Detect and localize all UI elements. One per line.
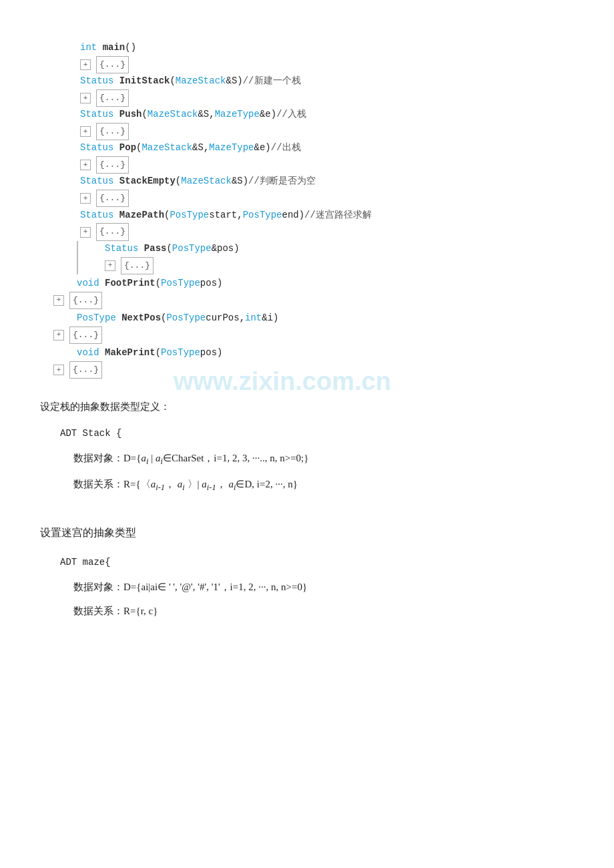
expand-btn-makeprint[interactable]: + xyxy=(53,365,64,375)
expand-btn-pop[interactable]: + xyxy=(80,160,91,170)
stack-data-obj: 数据对象：D={ai | ai∈CharSet，i=1, 2, 3, ···..… xyxy=(60,448,587,470)
expand-btn-nextpos[interactable]: + xyxy=(53,330,64,341)
code-collapse-main: + {...} xyxy=(40,56,587,73)
code-collapse-footprint: + {...} xyxy=(40,292,587,309)
collapsed-block-mazepath: {...} xyxy=(96,223,129,240)
collapsed-block-push: {...} xyxy=(96,123,129,140)
code-collapse-makeprint: + {...} xyxy=(40,361,587,379)
fn-makeprint: MakePrint xyxy=(105,345,156,361)
maze-adt-name: ADT maze{ xyxy=(60,553,587,572)
code-line-makeprint: void MakePrint(PosType pos) xyxy=(40,345,587,361)
code-collapse-mazepath: + {...} xyxy=(40,223,587,240)
expand-btn-pass[interactable]: + xyxy=(105,260,115,271)
code-collapse-push: + {...} xyxy=(40,123,587,140)
fn-push: Push xyxy=(119,107,142,123)
keyword-int: int xyxy=(80,40,97,56)
code-collapse-nextpos: + {...} xyxy=(40,327,587,344)
code-collapse-initstack: + {...} xyxy=(40,89,587,107)
code-line-mazepath: Status MazePath(PosType start, PosType e… xyxy=(40,207,587,223)
fn-main: main xyxy=(103,40,125,56)
maze-adt-section: 设置迷宫的抽象类型 ADT maze{ 数据对象：D={ai|ai∈ ' ', … xyxy=(40,523,587,620)
collapsed-block-stackempty: {...} xyxy=(96,190,129,207)
fn-pass: Pass xyxy=(144,241,167,257)
stack-data-rel: 数据关系：R={〈ai-1， ai 〉| ai-1， ai∈D, i=2, ··… xyxy=(60,474,587,496)
fn-pop: Pop xyxy=(119,140,136,156)
collapsed-block-pass: {...} xyxy=(121,257,154,274)
collapsed-block-pop: {...} xyxy=(96,156,129,174)
code-collapse-pass: + {...} xyxy=(85,257,587,274)
maze-data-obj: 数据对象：D={ai|ai∈ ' ', '@', '#', '1'，i=1, 2… xyxy=(60,577,587,597)
maze-adt-block: ADT maze{ 数据对象：D={ai|ai∈ ' ', '@', '#', … xyxy=(40,553,587,621)
code-line-initstack: Status InitStack(MazeStack &S)//新建一个栈 xyxy=(40,73,587,89)
fn-stackempty: StackEmpty xyxy=(119,174,176,190)
code-line-push: Status Push(MazeStack &S, MazeType &e)//… xyxy=(40,107,587,123)
expand-btn-stackempty[interactable]: + xyxy=(80,193,91,204)
fn-initstack: InitStack xyxy=(119,73,170,89)
stack-adt-name: ADT Stack { xyxy=(60,424,587,443)
maze-adt-title: 设置迷宫的抽象类型 xyxy=(40,523,587,543)
stack-adt-block: ADT Stack { 数据对象：D={ai | ai∈CharSet，i=1,… xyxy=(40,424,587,496)
expand-btn-initstack[interactable]: + xyxy=(80,93,91,103)
code-line-main: int main() xyxy=(40,40,587,56)
code-collapse-stackempty: + {...} xyxy=(40,190,587,207)
stack-adt-title: 设定栈的抽象数据类型定义： xyxy=(40,397,587,417)
maze-data-rel: 数据关系：R={r, c} xyxy=(60,601,587,621)
fn-nextpos: NextPos xyxy=(121,310,161,327)
expand-btn-footprint[interactable]: + xyxy=(53,295,64,306)
code-line-pass: Status Pass(PosType &pos) xyxy=(85,241,587,257)
code-line-pop: Status Pop(MazeStack &S, MazeType &e)//出… xyxy=(40,140,587,156)
fn-footprint: FootPrint xyxy=(105,276,156,292)
collapsed-block-makeprint: {...} xyxy=(69,361,102,379)
expand-btn-main[interactable]: + xyxy=(80,59,91,70)
stack-adt-section: 设定栈的抽象数据类型定义： ADT Stack { 数据对象：D={ai | a… xyxy=(40,397,587,497)
collapsed-block-footprint: {...} xyxy=(69,292,102,309)
code-collapse-pop: + {...} xyxy=(40,156,587,174)
code-line-stackempty: Status StackEmpty(MazeStack &S)//判断是否为空 xyxy=(40,174,587,190)
kw-status-1: Status xyxy=(80,73,113,89)
expand-btn-mazepath[interactable]: + xyxy=(80,227,91,238)
expand-btn-push[interactable]: + xyxy=(80,126,91,137)
code-line-footprint: void FootPrint(PosType pos) xyxy=(40,276,587,292)
code-line-nextpos: PosType NextPos(PosType curPos, int &i) xyxy=(40,310,587,327)
collapsed-block-nextpos: {...} xyxy=(69,327,102,344)
collapsed-block-initstack: {...} xyxy=(96,89,129,107)
fn-mazepath: MazePath xyxy=(119,208,164,224)
code-section: int main() + {...} Status InitStack(Maze… xyxy=(40,40,587,379)
collapsed-block-main: {...} xyxy=(96,56,129,73)
